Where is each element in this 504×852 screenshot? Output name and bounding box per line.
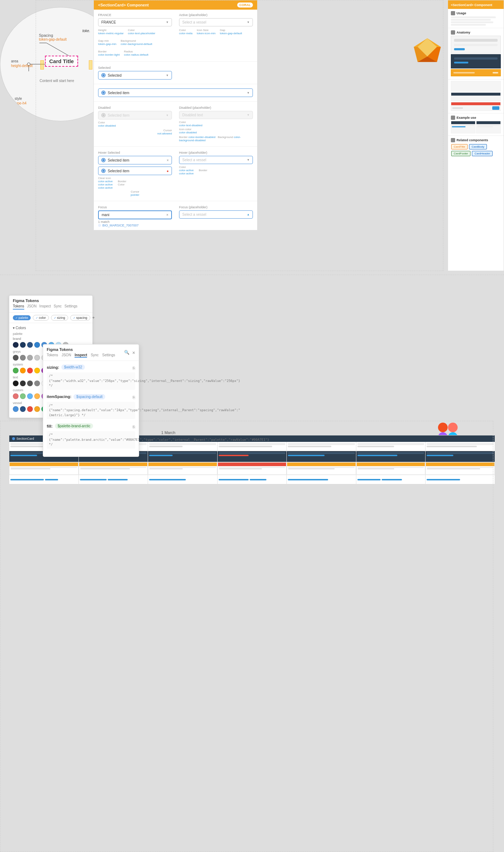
ft-tab-tokens[interactable]: Tokens: [13, 304, 24, 310]
ft-inspect-tab-tokens[interactable]: Tokens: [47, 353, 58, 358]
sc-orange-1: [9, 462, 78, 475]
ft-inspect-tab-inspect[interactable]: Inspect: [75, 353, 87, 358]
close-icon-hover[interactable]: ●: [167, 169, 169, 173]
select-content-1: Selected: [101, 73, 166, 77]
border-token: Bordercolor-border-light: [98, 50, 119, 56]
active-placeholder-select[interactable]: Select a vessel ▼: [179, 18, 253, 26]
sc-cell-1-6: [356, 442, 426, 451]
chevron-down-icon-3: ▼: [166, 74, 169, 77]
swatch-t2: [20, 381, 26, 386]
spacing-token-badge: $spacing-default: [73, 394, 105, 399]
sc-dot: [12, 437, 15, 440]
hover-select-1[interactable]: Selected item ×: [98, 156, 172, 164]
focus-select-right[interactable]: Select a vessel ▲: [179, 210, 253, 219]
hover-content-1: Selected item: [101, 158, 167, 162]
swatch-g1: [13, 355, 19, 361]
hover-select-2[interactable]: Selected item ●: [98, 167, 172, 175]
ft-inspect-body: sizing: $width-w32 ⎘ /* {"name":"width.w…: [43, 361, 139, 456]
inspect-close-btn[interactable]: ×: [132, 350, 135, 356]
swatch-s1: [13, 368, 19, 373]
swatch-t3: [27, 381, 33, 386]
right-doc-panel: <SectionCard> Component Usage Anatomy: [448, 0, 504, 271]
card-title-text: Card Title: [49, 58, 74, 64]
component-design-area: <SectionCard> Component CORAL FRANCE FRA…: [93, 0, 258, 230]
swatch-2: [20, 342, 26, 348]
sc-link-5: [287, 475, 356, 484]
ft-inspect-tab-settings[interactable]: Settings: [102, 353, 115, 358]
ft-badge-palette[interactable]: ✓palette: [13, 315, 31, 320]
ft-badge-color[interactable]: ✓color: [33, 315, 49, 321]
related-badge-1[interactable]: CardTitle: [451, 144, 468, 149]
content-label: Content will start here: [40, 79, 74, 83]
anatomy-diagram-orange: [451, 69, 501, 76]
component-title: <SectionCard> Component: [98, 3, 149, 7]
sc-orange-3: [148, 462, 217, 475]
france-select-active[interactable]: FRANCE ▼: [98, 18, 172, 26]
example-thumb-2: [476, 121, 501, 133]
focus-match-item[interactable]: BIO_MARSICE_7007007: [98, 224, 172, 227]
ft-badge-sizing[interactable]: ✓sizing: [51, 315, 68, 321]
swatch-t1: [13, 381, 19, 386]
cursor-annotation: Cursornot-allowed: [98, 129, 172, 135]
related-badges: CardTitle CardBody CardFooter CardHeader: [451, 144, 501, 157]
copy-sizing-icon[interactable]: ⎘: [133, 366, 135, 370]
sizing-token-badge: $width-w32: [61, 364, 85, 370]
active-state-section: FRANCE FRANCE ▼ Heighttoken-metric-regul…: [94, 10, 257, 60]
related-badge-3[interactable]: CardFooter: [451, 151, 470, 156]
ft-tab-settings[interactable]: Settings: [65, 304, 77, 310]
disabled-right: Disabled (placeholder) Disabled text ▼ C…: [179, 106, 253, 142]
ft-inspect-tab-sync[interactable]: Sync: [91, 353, 98, 358]
selected-right: [179, 66, 253, 80]
focus-label: Focus: [98, 205, 172, 209]
selected-box-1[interactable]: Selected ▼: [98, 71, 172, 80]
usage-section: Usage: [448, 9, 504, 28]
hover-left: Hover Selected Selected item ×: [98, 151, 172, 197]
sc-orange-7: [426, 462, 495, 475]
clear-icon-1[interactable]: ×: [167, 158, 169, 162]
swatch-c3: [27, 393, 33, 399]
copy-spacing-icon[interactable]: ⎘: [133, 395, 135, 399]
usage-header: Usage: [451, 11, 501, 15]
radio-filled-2: [101, 91, 106, 95]
related-badge-4[interactable]: CardHeader: [472, 151, 493, 156]
copy-fill-icon[interactable]: ⎘: [133, 425, 135, 429]
sc-link-6: [356, 475, 426, 484]
spacing-label: Spacing token-gap-default: [39, 33, 67, 41]
sc-orange-5: [287, 462, 356, 475]
swatch-c1: [13, 393, 19, 399]
separator-4: [94, 146, 257, 147]
dashed-guide-2: [0, 275, 504, 275]
add-filter-icon[interactable]: +: [92, 315, 95, 320]
ft-badge-spacing[interactable]: ✓spacing: [70, 315, 90, 321]
ft-tabs-1: Tokens JSON Inspect Sync Settings: [13, 304, 89, 310]
focus-input-box[interactable]: mani ×: [98, 210, 172, 219]
sc-link-2: [79, 475, 148, 484]
separator-1: [94, 61, 257, 62]
figma-tokens-panel-2: Figma Tokens Tokens JSON Inspect Sync Se…: [43, 344, 139, 457]
usage-description: [451, 16, 501, 26]
ft-tab-sync[interactable]: Sync: [54, 304, 62, 310]
gap-token: Gap mintoken-gap-min: [98, 39, 116, 46]
sc-link-3: [148, 475, 217, 484]
search-clear-icon[interactable]: ×: [166, 213, 168, 217]
active-right: Active (placeholder) Select a vessel ▼ C…: [179, 13, 253, 56]
separator-2: [94, 84, 257, 84]
selected-item-row: Selected item ▼: [98, 88, 253, 97]
sc-cell-1-4: [218, 442, 287, 451]
ft-inspect-tab-json[interactable]: JSON: [62, 353, 71, 358]
sketch-logo-container: [411, 36, 443, 68]
inspect-search-icon[interactable]: 🔍: [124, 350, 129, 355]
svg-line-3: [46, 43, 71, 57]
component-body: FRANCE FRANCE ▼ Heighttoken-metric-regul…: [94, 10, 257, 230]
anatomy-diagram-2: [451, 54, 501, 68]
clear-icon-token-label: Clear iconcolor-active: [98, 177, 113, 183]
selected-item-box[interactable]: Selected item ▼: [98, 88, 253, 97]
hover-selected-section: Hover Selected Selected item ×: [94, 148, 257, 199]
hover-select-right[interactable]: Select a vessel ▼: [179, 156, 253, 164]
ft-tab-inspect[interactable]: Inspect: [39, 304, 51, 310]
radio-filled-1: [101, 73, 106, 77]
related-badge-2[interactable]: CardBody: [469, 144, 487, 149]
radio-hover-2: [101, 169, 106, 173]
hover-right: Hover (placeholder) Select a vessel ▼ Co…: [179, 151, 253, 197]
ft-tab-json[interactable]: JSON: [27, 304, 37, 310]
